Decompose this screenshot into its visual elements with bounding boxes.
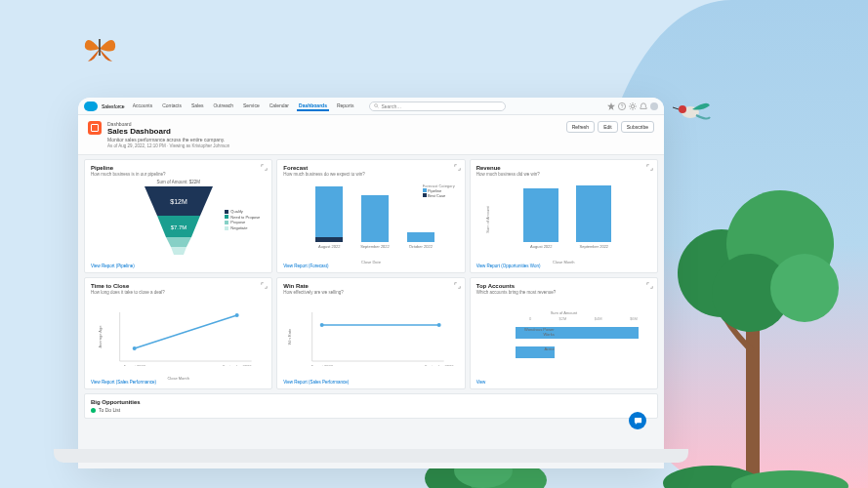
- expand-icon[interactable]: [261, 164, 268, 171]
- tab-reports[interactable]: Reports: [335, 102, 356, 111]
- card-time-to-close: Time to Close How long does it take to c…: [84, 277, 272, 389]
- laptop-frame: Salesforce Accounts Contacts Sales Outre…: [78, 98, 664, 468]
- funnel-chart: Sum of Amount: $22M $12M $7.7M Qualify N…: [91, 180, 266, 259]
- svg-point-4: [770, 254, 839, 322]
- chat-icon: [634, 417, 642, 426]
- tab-dashboards[interactable]: Dashboards: [297, 102, 329, 111]
- todo-item: To Do List: [91, 407, 651, 413]
- line-svg: August 2022 September 2022: [91, 307, 266, 366]
- svg-text:September 2022: September 2022: [223, 364, 252, 366]
- svg-point-18: [650, 102, 658, 110]
- card-subtitle: How effectively are we selling?: [283, 290, 458, 295]
- svg-point-35: [437, 323, 441, 327]
- expand-icon[interactable]: [261, 282, 268, 289]
- dashboard-icon: [88, 121, 102, 135]
- card-title: Revenue: [476, 165, 651, 171]
- card-title: Win Rate: [283, 283, 458, 289]
- help-icon[interactable]: ?: [618, 102, 626, 110]
- y-axis-label: Sum of Amount: [485, 206, 490, 232]
- bell-icon[interactable]: [640, 102, 647, 110]
- subscribe-button[interactable]: Subscribe: [621, 121, 654, 133]
- funnel-svg: $12M $7.7M: [140, 186, 218, 255]
- card-top-accounts: Top Accounts Which accounts bring the mo…: [470, 277, 658, 389]
- page-title: Sales Dashboard: [107, 127, 560, 136]
- expand-icon[interactable]: [454, 282, 461, 289]
- svg-marker-21: [166, 237, 191, 247]
- refresh-button[interactable]: Refresh: [566, 121, 596, 133]
- edit-button[interactable]: Edit: [598, 121, 618, 133]
- gear-icon[interactable]: [629, 102, 637, 110]
- search-icon: [374, 103, 379, 108]
- header-actions: Refresh Edit Subscribe: [566, 121, 654, 133]
- app-topbar: Salesforce Accounts Contacts Sales Outre…: [78, 98, 664, 115]
- status-dot-icon: [91, 408, 96, 413]
- svg-marker-22: [171, 247, 186, 255]
- hbars: Wondrous Power Works Acme: [476, 323, 651, 362]
- tab-accounts[interactable]: Accounts: [131, 102, 155, 111]
- card-subtitle: Which accounts bring the most revenue?: [476, 290, 651, 295]
- card-title: Top Accounts: [476, 283, 651, 289]
- nav-tabs: Accounts Contacts Sales Outreach Service…: [129, 102, 358, 111]
- winrate-chart: Win Rate August 2022 September 2022: [283, 298, 458, 375]
- card-forecast: Forecast How much business do we expect …: [276, 159, 465, 273]
- laptop-base: [54, 449, 688, 463]
- hbar-label: Acme: [516, 346, 555, 351]
- forecast-legend: Forecast Category Pipeline Best Case: [423, 183, 455, 199]
- svg-point-13: [375, 104, 378, 107]
- tab-service[interactable]: Service: [241, 102, 262, 111]
- x-axis-label: Close Date: [361, 260, 381, 264]
- top-accounts-chart: Sum of Amount 0 $2M $4M $6M Wondrous Pow…: [476, 298, 651, 375]
- svg-text:$7.7M: $7.7M: [170, 224, 186, 230]
- x-ticks: 0 $2M $4M $6M: [476, 315, 651, 323]
- tree-illustration: [653, 156, 848, 488]
- card-win-rate: Win Rate How effectively are we selling?…: [276, 277, 465, 389]
- expand-icon[interactable]: [646, 282, 653, 289]
- card-title: Time to Close: [91, 283, 266, 289]
- topbar-actions: ?: [607, 102, 658, 110]
- global-search[interactable]: Search…: [369, 102, 506, 111]
- card-subtitle: How much business did we win?: [476, 172, 651, 177]
- x-axis-label: Close Month: [553, 260, 574, 264]
- funnel-legend: Qualify Need to Propose Propose Negotiat…: [225, 209, 260, 230]
- app-name: Salesforce: [102, 103, 125, 109]
- funnel-metric: Sum of Amount: $22M: [140, 180, 218, 184]
- revenue-chart: Sum of Amount August 2022 September 2022…: [476, 180, 651, 259]
- butterfly-illustration: [83, 34, 117, 63]
- dashboard-header: Dashboard Sales Dashboard Monitor sales …: [78, 115, 664, 155]
- x-axis-label: Close Month: [167, 376, 188, 381]
- view-report-link[interactable]: View Report (Sales Performance): [283, 380, 458, 385]
- svg-point-17: [631, 104, 634, 107]
- expand-icon[interactable]: [646, 164, 653, 171]
- page-meta: As of Aug 29, 2022, 12:10 PM · Viewing a…: [107, 143, 560, 148]
- card-big-opportunities: Big Opportunities To Do List: [84, 393, 658, 419]
- tab-outreach[interactable]: Outreach: [211, 102, 235, 111]
- hbar-label: Wondrous Power Works: [516, 327, 555, 337]
- star-icon[interactable]: [607, 102, 615, 110]
- card-pipeline: Pipeline How much business is in our pip…: [84, 159, 272, 273]
- tab-sales[interactable]: Sales: [189, 102, 206, 111]
- svg-text:August 2022: August 2022: [311, 364, 334, 366]
- card-title: Pipeline: [91, 165, 266, 171]
- svg-point-27: [133, 346, 137, 350]
- svg-point-28: [235, 313, 239, 317]
- card-revenue: Revenue How much business did we win? Su…: [470, 159, 658, 273]
- avatar-icon[interactable]: [650, 102, 658, 110]
- tab-contacts[interactable]: Contacts: [160, 102, 184, 111]
- view-report-link[interactable]: View: [476, 380, 651, 385]
- salesforce-logo: [84, 102, 98, 111]
- hummingbird-illustration: [673, 98, 712, 127]
- svg-text:$12M: $12M: [170, 198, 187, 205]
- card-subtitle: How much business do we expect to win?: [283, 172, 458, 177]
- svg-text:August 2022: August 2022: [123, 364, 145, 366]
- card-title: Forecast: [283, 165, 458, 171]
- tab-calendar[interactable]: Calendar: [268, 102, 291, 111]
- chat-fab[interactable]: [629, 412, 646, 429]
- svg-point-12: [679, 105, 686, 113]
- ttc-chart: Average Age August 2022 September 2022 C…: [91, 298, 266, 375]
- header-text: Dashboard Sales Dashboard Monitor sales …: [107, 121, 560, 148]
- expand-icon[interactable]: [454, 164, 461, 171]
- view-report-link[interactable]: View Report (Pipeline): [91, 264, 266, 268]
- svg-text:?: ?: [621, 103, 624, 108]
- todo-label: To Do List: [99, 407, 120, 413]
- line-svg: August 2022 September 2022: [283, 307, 458, 366]
